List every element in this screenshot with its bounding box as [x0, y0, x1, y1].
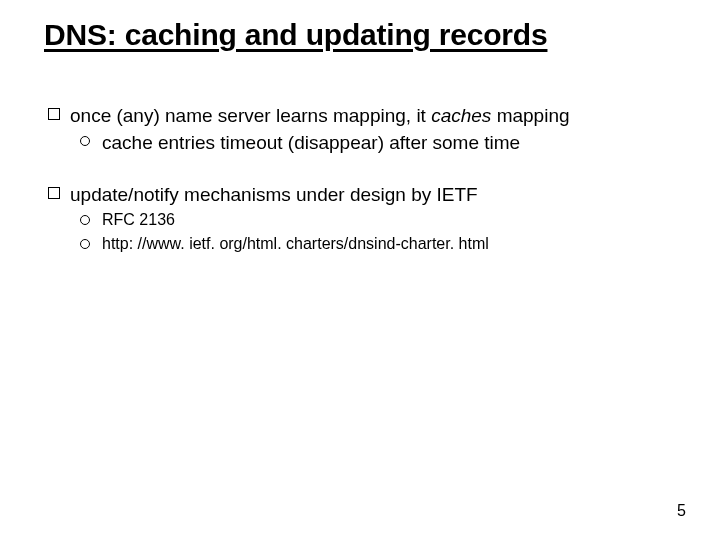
list-item: RFC 2136: [76, 209, 680, 231]
slide: DNS: caching and updating records once (…: [0, 0, 720, 540]
sub-list: RFC 2136http: //www. ietf. org/html. cha…: [76, 209, 680, 254]
list-item: http: //www. ietf. org/html. charters/dn…: [76, 233, 680, 255]
page-number: 5: [677, 502, 686, 520]
list-item: once (any) name server learns mapping, i…: [44, 103, 680, 156]
list-item: cache entries timeout (disappear) after …: [76, 130, 680, 156]
sub-list: cache entries timeout (disappear) after …: [76, 130, 680, 156]
list-item: update/notify mechanisms under design by…: [44, 182, 680, 255]
bullet-text: update/notify mechanisms under design by…: [70, 184, 478, 205]
page-title: DNS: caching and updating records: [44, 18, 680, 53]
bullet-text: once (any) name server learns mapping, i…: [70, 105, 570, 126]
bullet-list: once (any) name server learns mapping, i…: [44, 103, 680, 255]
